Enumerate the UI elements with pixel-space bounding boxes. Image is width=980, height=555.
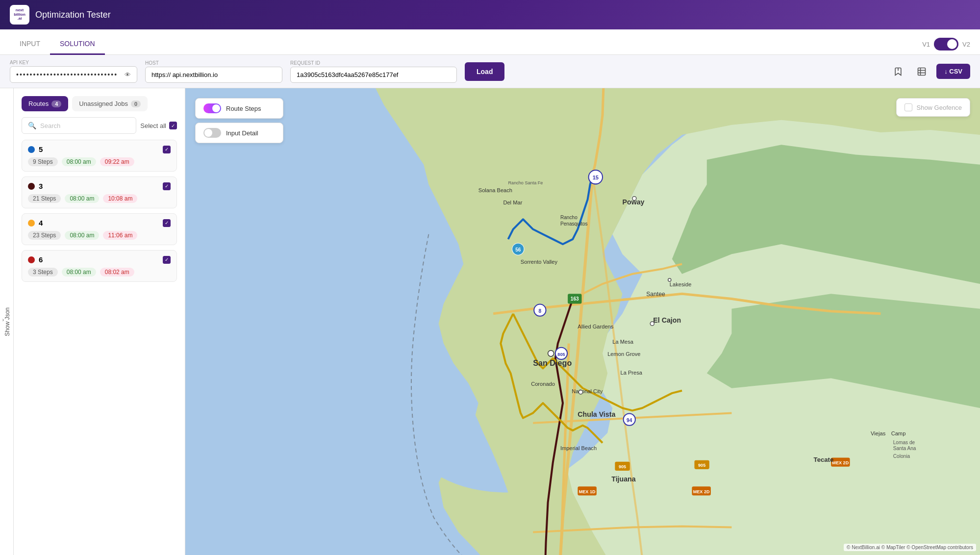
csv-button[interactable]: ↓ CSV [936,64,970,79]
search-input[interactable]: 🔍 Search [22,117,136,134]
route-dot-label: 5 [28,145,43,153]
route-steps-knob [212,104,220,112]
route-id: 5 [39,145,43,153]
route-dot [28,183,35,190]
tab-solution[interactable]: SOLUTION [50,34,105,55]
steps-badge: 3 Steps [28,268,58,277]
version-selector: V1 V2 [922,38,970,54]
bookmark-icon[interactable] [889,63,907,80]
route-steps-row: 9 Steps 08:00 am 09:22 am [28,157,171,166]
select-all-checkbox[interactable]: ✓ [169,122,177,129]
route-steps-row: 21 Steps 08:00 am 10:08 am [28,194,171,203]
svg-text:56: 56 [515,247,521,252]
map-overlay-top-right: Show Geofence [896,98,970,117]
route-id: 6 [39,255,43,264]
svg-text:MEX 1D: MEX 1D [579,489,596,494]
svg-text:Imperial Beach: Imperial Beach [560,445,597,451]
route-item[interactable]: 6 ✓ 3 Steps 08:00 am 08:02 am [22,250,177,282]
route-item[interactable]: 3 ✓ 21 Steps 08:00 am 10:08 am [22,177,177,208]
version-v1: V1 [922,41,930,48]
svg-text:Chula Vista: Chula Vista [578,410,615,418]
steps-badge: 23 Steps [28,231,61,240]
route-item-header: 5 ✓ [28,145,171,153]
svg-text:Coronado: Coronado [531,381,555,387]
route-dot-label: 4 [28,219,43,227]
map-svg: 15 56 163 8 94 805 905 905 MEX 1D [185,88,980,555]
svg-text:El Cajon: El Cajon [653,316,681,324]
routes-tab-label: Routes [28,100,49,107]
api-key-input[interactable]: •••••••••••••••••••••••••••••• 👁 [10,66,137,83]
version-toggle[interactable] [934,38,958,50]
input-detail-toggle[interactable]: Input Detail [195,123,283,143]
input-detail-switch[interactable] [203,128,221,138]
route-dot-label: 3 [28,182,43,190]
select-all-row[interactable]: Select all ✓ [140,122,177,129]
map-attribution: © NextBillion.ai © MapTiler © OpenStreet… [844,544,976,551]
end-time: 11:06 am [103,231,137,240]
svg-point-57 [650,322,654,326]
show-geofence-button[interactable]: Show Geofence [896,98,970,117]
show-json-sidebar[interactable]: › Show Json [0,88,14,555]
logo-container: nextbillion.ai Optimization Tester [10,5,111,25]
route-checkbox[interactable]: ✓ [163,146,171,153]
request-id-value: 1a3905c5163dfc4aa5267e85c177ef [297,71,398,78]
input-detail-label: Input Detail [226,129,258,137]
svg-text:Lomas de: Lomas de [893,440,915,445]
table-icon[interactable] [913,63,930,80]
tab-input[interactable]: INPUT [10,34,50,55]
route-item[interactable]: 5 ✓ 9 Steps 08:00 am 09:22 am [22,140,177,172]
svg-point-58 [578,390,582,394]
api-key-group: API key •••••••••••••••••••••••••••••• 👁 [10,60,137,83]
start-time: 08:00 am [65,194,99,203]
route-checkbox[interactable]: ✓ [163,182,171,190]
svg-text:Tijuana: Tijuana [611,475,635,483]
route-dot [28,256,35,263]
svg-rect-1 [918,68,926,75]
search-placeholder: Search [40,122,60,129]
eye-icon[interactable]: 👁 [125,71,131,78]
svg-text:Santee: Santee [646,291,665,298]
svg-text:MEX 2D: MEX 2D [693,489,710,494]
svg-text:Rancho Santa Fe: Rancho Santa Fe [508,180,543,185]
route-dot [28,146,35,153]
route-item-header: 6 ✓ [28,255,171,264]
start-time: 08:00 am [65,231,99,240]
map-overlay-top-left: Route Steps Input Detail [195,98,283,143]
route-item-header: 3 ✓ [28,182,171,190]
svg-text:Lakeside: Lakeside [670,281,692,287]
routes-count: 4 [51,101,61,107]
unassigned-count: 0 [131,101,141,107]
app-title: Optimization Tester [35,10,111,20]
geofence-checkbox[interactable] [905,103,912,111]
routes-tab[interactable]: Routes 4 [22,96,68,111]
load-button[interactable]: Load [465,62,504,81]
map-area: 15 56 163 8 94 805 905 905 MEX 1D [185,88,980,555]
svg-text:15: 15 [593,175,599,180]
api-key-dots: •••••••••••••••••••••••••••••• [16,71,121,78]
route-id: 4 [39,219,43,227]
route-steps-toggle[interactable]: Route Steps [195,98,283,119]
svg-text:Tecate: Tecate [814,456,834,463]
request-id-input[interactable]: 1a3905c5163dfc4aa5267e85c177ef [290,67,457,83]
route-checkbox[interactable]: ✓ [163,219,171,227]
unassigned-tab[interactable]: Unassigned Jobs 0 [72,96,148,111]
route-item[interactable]: 4 ✓ 23 Steps 08:00 am 11:06 am [22,213,177,245]
tab-bar: INPUT SOLUTION V1 V2 [0,29,980,55]
svg-text:Sorrento Valley: Sorrento Valley [521,259,558,265]
route-steps-label: Route Steps [226,105,261,112]
toolbar: API key •••••••••••••••••••••••••••••• 👁… [0,55,980,88]
show-json-label: Show Json [4,307,11,336]
svg-text:Solana Beach: Solana Beach [478,187,512,193]
host-input[interactable]: https:// api.nextbillion.io [145,67,282,83]
svg-text:Rancho: Rancho [560,215,578,220]
panel-tabs: Routes 4 Unassigned Jobs 0 [22,96,177,111]
route-checkbox[interactable]: ✓ [163,256,171,264]
route-steps-switch[interactable] [203,103,221,113]
version-v2: V2 [962,41,970,48]
end-time: 08:02 am [100,268,134,277]
unassigned-tab-label: Unassigned Jobs [79,100,128,107]
steps-badge: 9 Steps [28,157,58,166]
end-time: 10:08 am [103,194,137,203]
route-dot-label: 6 [28,255,43,264]
svg-text:Lemon Grove: Lemon Grove [607,351,640,357]
